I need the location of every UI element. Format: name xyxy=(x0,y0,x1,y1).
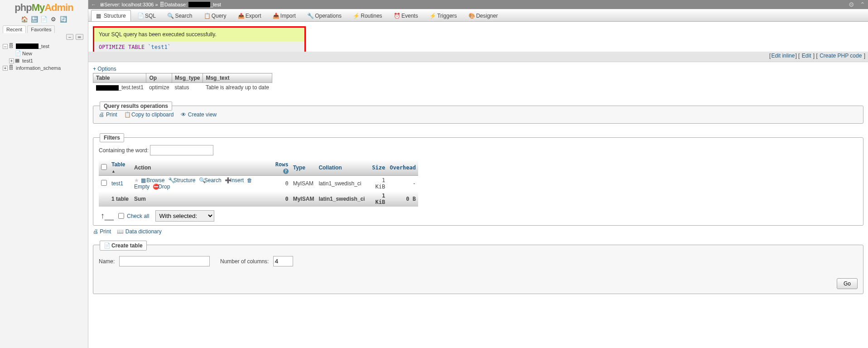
query-results-operations: Query results operations 🖨Print 📋Copy to… xyxy=(93,106,863,124)
drop-link[interactable]: ⛔Drop xyxy=(153,184,170,190)
checkall-row: ↑__ Check all With selected: xyxy=(99,207,858,225)
export-icon: 📤 xyxy=(238,13,244,19)
checkall-link[interactable]: Check all xyxy=(127,213,149,219)
tab-sql[interactable]: 📄SQL xyxy=(132,10,161,21)
filters-title: Filters xyxy=(100,133,124,142)
edit-inline-link[interactable]: Edit inline xyxy=(771,53,795,59)
routines-icon: ⚡ xyxy=(353,13,359,19)
create-view-link[interactable]: 👁Create view xyxy=(181,111,217,118)
database-icon: 🗄 xyxy=(9,65,15,71)
nav-new[interactable]: 📄 New xyxy=(3,50,88,57)
checkall-header[interactable] xyxy=(101,164,107,170)
tab-operations[interactable]: 🔧Operations xyxy=(302,10,347,21)
main-tabs: ▦Structure 📄SQL 🔍Search 📋Query 📤Export 📥… xyxy=(88,9,868,22)
table-name-link[interactable]: test1 xyxy=(111,180,123,187)
arrow-up-icon: ↑__ xyxy=(101,211,114,221)
help-icon[interactable]: ? xyxy=(283,169,289,174)
search-link[interactable]: 🔍Search xyxy=(199,177,222,184)
reload-icon[interactable]: 🔄 xyxy=(60,16,67,23)
sum-row: 1 table Sum 0 MyISAM latin1_swedish_ci 1… xyxy=(99,191,418,207)
sql-icon: 📄 xyxy=(137,13,144,19)
structure-link[interactable]: 🔧Structure xyxy=(168,177,196,184)
qro-title: Query results operations xyxy=(100,102,172,111)
sort-collation[interactable]: Collation xyxy=(318,164,342,171)
tab-search[interactable]: 🔍Search xyxy=(162,10,197,21)
data-dictionary-link[interactable]: 📖 Data dictionary xyxy=(117,228,161,235)
tab-import[interactable]: 📥Import xyxy=(268,10,301,21)
tab-triggers[interactable]: ⚡Triggers xyxy=(424,10,462,21)
tab-favorites[interactable]: Favorites xyxy=(27,25,55,33)
col-action: Action xyxy=(132,160,268,176)
nav-table-test1[interactable]: + ▦ test1 xyxy=(3,57,88,64)
insert-link[interactable]: ➕Insert xyxy=(225,177,244,184)
sort-overhead[interactable]: Overhead xyxy=(390,164,416,171)
logout-icon[interactable]: 🔚 xyxy=(31,16,38,23)
breadcrumb-server[interactable]: Server: localhost:3306 xyxy=(104,2,154,7)
query-action-links: [Edit inline] [ Edit ] [ Create PHP code… xyxy=(88,52,868,62)
gear-icon[interactable]: ⚙ xyxy=(849,1,854,8)
collapse-icon[interactable]: – xyxy=(66,34,73,40)
print-link[interactable]: 🖨Print xyxy=(99,111,117,118)
table-list: Table ▲ Action Rows? Type Collation Size… xyxy=(99,160,418,207)
docs-icon[interactable]: 📄 xyxy=(40,16,48,23)
row-checkbox[interactable] xyxy=(101,180,107,186)
search-icon: 🔍 xyxy=(199,177,204,184)
sidebar-quick-icons: 🏠 🔚 📄 ⚙ 🔄 xyxy=(0,14,88,24)
filters-panel: Filters Containing the word: Table ▲ Act… xyxy=(93,137,863,226)
tab-routines[interactable]: ⚡Routines xyxy=(348,10,387,21)
create-icon: 📄 xyxy=(104,242,110,249)
tab-export[interactable]: 📤Export xyxy=(233,10,266,21)
expand-icon[interactable]: + xyxy=(9,58,14,63)
expand-icon[interactable]: + xyxy=(3,66,8,71)
browse-icon: ▦ xyxy=(141,177,146,184)
sort-size[interactable]: Size xyxy=(372,164,385,171)
star-icon[interactable]: ★ xyxy=(134,177,140,184)
back-icon[interactable]: ← xyxy=(91,2,97,7)
search-icon: 🔍 xyxy=(167,13,174,19)
create-table-panel: 📄Create table Name: Number of columns: G… xyxy=(93,245,863,294)
col-msgtype: Msg_type xyxy=(172,73,203,83)
events-icon: ⏰ xyxy=(394,13,400,19)
tab-events[interactable]: ⏰Events xyxy=(389,10,423,21)
nav-db[interactable]: – 🗄 _test xyxy=(3,43,88,50)
database-icon: 🗄 xyxy=(9,43,15,49)
drop-icon: ⛔ xyxy=(153,184,158,190)
tab-structure[interactable]: ▦Structure xyxy=(91,10,131,21)
print-bottom-link[interactable]: 🖨 Print xyxy=(93,228,111,235)
tab-recent[interactable]: Recent xyxy=(3,25,26,33)
structure-icon: ▦ xyxy=(96,13,102,19)
breadcrumb-db-label: Database: xyxy=(164,2,187,7)
edit-link[interactable]: Edit xyxy=(802,53,811,59)
collapse-icon[interactable]: – xyxy=(3,44,8,49)
sort-type[interactable]: Type xyxy=(293,164,305,171)
link-icon[interactable]: ∞ xyxy=(76,34,83,40)
sort-table[interactable]: Table xyxy=(111,161,125,168)
go-button[interactable]: Go xyxy=(837,278,858,289)
filter-input[interactable] xyxy=(150,145,213,155)
col-op: Op xyxy=(146,73,172,83)
create-php-link[interactable]: Create PHP code xyxy=(820,53,862,59)
num-columns-input[interactable] xyxy=(273,256,293,266)
with-selected-dropdown[interactable]: With selected: xyxy=(155,210,214,222)
table-name-input[interactable] xyxy=(119,256,210,266)
designer-icon: 🎨 xyxy=(468,13,475,19)
table-icon: ▦ xyxy=(15,58,21,64)
collapse-top-icon[interactable]: ⌃ xyxy=(860,1,865,8)
sort-rows[interactable]: Rows xyxy=(275,161,289,168)
checkall-checkbox[interactable] xyxy=(118,213,124,219)
triggers-icon: ⚡ xyxy=(429,13,436,19)
browse-link[interactable]: ▦Browse xyxy=(141,177,164,184)
home-icon[interactable]: 🏠 xyxy=(21,16,28,23)
clipboard-icon: 📋 xyxy=(124,111,130,118)
nav-info-schema[interactable]: + 🗄 information_schema xyxy=(3,64,88,72)
result-row: _test.test1 optimize status Table is alr… xyxy=(93,83,272,92)
tab-designer[interactable]: 🎨Designer xyxy=(463,10,503,21)
success-text: Your SQL query has been executed success… xyxy=(94,28,304,41)
tab-query[interactable]: 📋Query xyxy=(199,10,231,21)
settings-icon[interactable]: ⚙ xyxy=(50,16,57,23)
bottom-links: 🖨 Print 📖 Data dictionary xyxy=(93,226,863,237)
logo[interactable]: phpMyAdmin xyxy=(0,0,88,14)
print-icon: 🖨 xyxy=(93,228,100,235)
copy-clipboard-link[interactable]: 📋Copy to clipboard xyxy=(124,111,174,118)
options-toggle[interactable]: + Options xyxy=(93,66,116,72)
